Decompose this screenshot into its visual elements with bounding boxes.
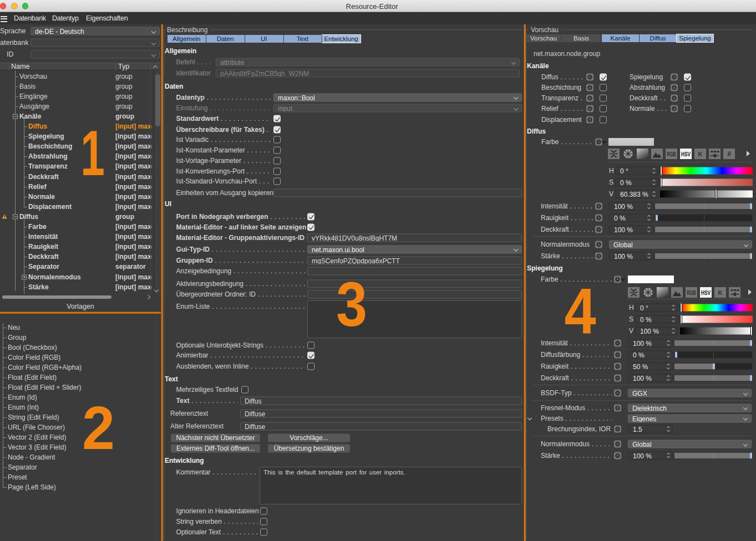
svg-text:#: # xyxy=(727,150,731,158)
svg-text:RGB: RGB xyxy=(667,151,676,157)
svg-text:K: K xyxy=(718,289,723,296)
svg-text:HSV: HSV xyxy=(701,290,711,296)
svg-text:K: K xyxy=(698,151,703,157)
svg-text:HSV: HSV xyxy=(681,151,691,157)
svg-text:RGB: RGB xyxy=(687,290,696,296)
